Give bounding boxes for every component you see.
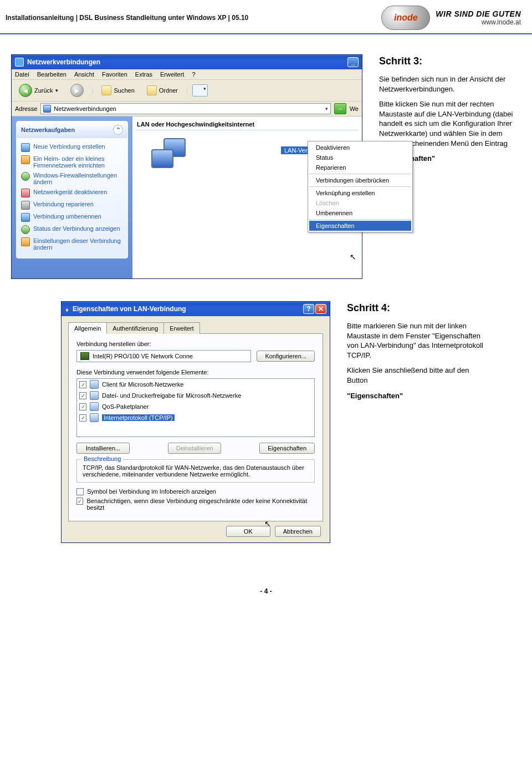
checkbox-icon[interactable]: ✓ [79,403,86,410]
elements-list[interactable]: ✓Client für Microsoft-Netzwerke ✓Datei- … [76,378,315,437]
dialog-title: Eigenschaften von LAN-Verbindung [73,305,186,313]
ctx-properties[interactable]: Eigenschaften [309,221,411,231]
ctx-rename[interactable]: Umbenennen [309,208,411,218]
tab-general[interactable]: Allgemein [68,322,107,334]
ctx-deactivate[interactable]: Deaktivieren [309,143,411,153]
task-icon [21,237,30,246]
show-icon-checkbox[interactable]: Symbol bei Verbindung im Infobereich anz… [76,488,315,495]
main-pane: LAN oder Hochgeschwindigkeitsinternet LA… [132,116,362,278]
menu-item[interactable]: Erweitert [160,71,184,78]
inode-logo: inode [381,6,430,30]
address-bar: Adresse Netzwerkverbindungen ▾ → We [12,102,362,116]
checkbox-icon[interactable]: ✓ [79,392,86,399]
task-list: Neue Verbindung erstellen Ein Heim- oder… [17,138,127,258]
checkbox-icon[interactable]: ✓ [79,381,86,388]
lan-connection-item[interactable] [151,138,186,173]
menu-item[interactable]: Ansicht [74,71,94,78]
menu-item[interactable]: Datei [15,71,29,78]
brand-url: www.inode.at [436,18,521,26]
menu-item[interactable]: Favoriten [102,71,127,78]
menu-item[interactable]: ? [192,71,195,78]
back-button[interactable]: ◄Zurück▾ [15,82,62,99]
properties-button[interactable]: Eigenschaften [259,443,315,454]
page-number: - 4 - [0,565,532,601]
ctx-bridge[interactable]: Verbindungen überbrücken [309,175,411,185]
task-item[interactable]: Verbindung reparieren [20,199,124,211]
ctx-separator [309,186,411,187]
task-icon [21,143,30,152]
search-button[interactable]: Suchen [98,84,138,97]
task-item[interactable]: Ein Heim- oder ein kleines Firmennetzwer… [20,154,124,170]
task-item[interactable]: Verbindung umbenennen [20,211,124,224]
task-icon [21,213,30,222]
menu-item[interactable]: Bearbeiten [37,71,66,78]
element-item[interactable]: ✓QoS-Paketplaner [77,401,314,412]
go-button[interactable]: → [334,103,346,114]
element-item-tcpip[interactable]: ✓Internetprotokoll (TCP/IP) [77,412,314,423]
window-title: Netzwerkverbindungen [27,58,100,66]
menubar[interactable]: Datei Bearbeiten Ansicht Favoriten Extra… [12,69,362,80]
page-header: Installationsanleitung | DSL Business St… [0,0,532,34]
tab-auth[interactable]: Authentifizierung [106,322,164,334]
minimize-button[interactable]: _ [347,57,359,67]
step4-text: Schritt 4: Bitte markieren Sie nun mit d… [347,301,485,406]
task-pane-header[interactable]: Netzwerkaufgaben ⌃ [17,121,127,138]
install-button[interactable]: Installieren... [76,443,130,454]
chevron-up-icon[interactable]: ⌃ [113,125,123,135]
views-button[interactable] [192,84,208,97]
ctx-shortcut[interactable]: Verknüpfung erstellen [309,188,411,198]
window-titlebar[interactable]: Netzwerkverbindungen _ [12,55,362,69]
step3-title: Schritt 3: [379,54,518,68]
task-icon [21,225,30,234]
search-icon [101,85,111,95]
brand-tagline: WIR SIND DIE GUTEN [436,9,521,18]
ctx-separator [309,219,411,220]
task-icon [21,201,30,210]
checkbox-icon[interactable]: ✓ [79,414,86,422]
task-item[interactable]: Status der Verbindung anzeigen [20,224,124,236]
task-item[interactable]: Netzwerkgerät deaktivieren [20,187,124,199]
lan-properties-dialog: ⬧ Eigenschaften von LAN-Verbindung ? ✕ A… [61,301,330,543]
step4-row: ⬧ Eigenschaften von LAN-Verbindung ? ✕ A… [0,301,532,565]
task-icon [21,189,30,197]
protocol-icon [90,413,99,422]
configure-button[interactable]: Konfigurieren... [257,351,315,362]
properties-icon: ⬧ [65,305,69,313]
service-icon [90,380,99,389]
ctx-repair[interactable]: Reparieren [309,163,411,173]
checkbox-icon[interactable] [76,488,84,495]
description-box: Beschreibung TCP/IP, das Standardprotoko… [76,459,315,483]
element-item[interactable]: ✓Datei- und Druckerfreigabe für Microsof… [77,390,314,401]
element-item[interactable]: ✓Client für Microsoft-Netzwerke [77,379,314,390]
context-menu: Deaktivieren Status Reparieren Verbindun… [308,141,413,232]
description-text: TCP/IP, das Standardprotokoll für WAN-Ne… [83,464,309,478]
header-breadcrumb: Installationsanleitung | DSL Business St… [6,14,248,22]
tab-advanced[interactable]: Erweitert [163,322,200,334]
group-header: LAN oder Hochgeschwindigkeitsinternet [136,121,359,130]
toolbar: ◄Zurück▾ ► | Suchen Ordner | [12,80,362,102]
address-field[interactable]: Netzwerkverbindungen ▾ [40,103,330,114]
service-icon [90,391,99,400]
ctx-status[interactable]: Status [309,153,411,163]
help-button[interactable]: ? [303,304,314,314]
connect-via-label: Verbindung herstellen über: [76,341,315,347]
folders-button[interactable]: Ordner [143,84,182,97]
ctx-separator [309,174,411,174]
cancel-button[interactable]: Abbrechen [275,526,321,537]
dialog-titlebar[interactable]: ⬧ Eigenschaften von LAN-Verbindung ? ✕ [62,302,330,316]
checkbox-icon[interactable]: ✓ [76,498,83,505]
task-item[interactable]: Windows-Firewalleinstellungen ändern [20,170,124,187]
notify-checkbox[interactable]: ✓ Benachrichtigen, wenn diese Verbindung… [76,498,315,511]
task-item[interactable]: Neue Verbindung erstellen [20,141,124,154]
uninstall-button: Deinstallieren [168,443,222,454]
task-item[interactable]: Einstellungen dieser Verbindung ändern [20,236,124,252]
menu-item[interactable]: Extras [135,71,152,78]
ok-button[interactable]: OK [226,526,270,537]
forward-button[interactable]: ► [66,82,88,99]
close-button[interactable]: ✕ [315,304,326,314]
address-label: Adresse [15,105,37,112]
tabs: Allgemein Authentifizierung Erweitert [68,322,323,334]
service-icon [90,402,99,411]
window-icon [15,58,24,67]
ctx-delete: Löschen [309,198,411,208]
